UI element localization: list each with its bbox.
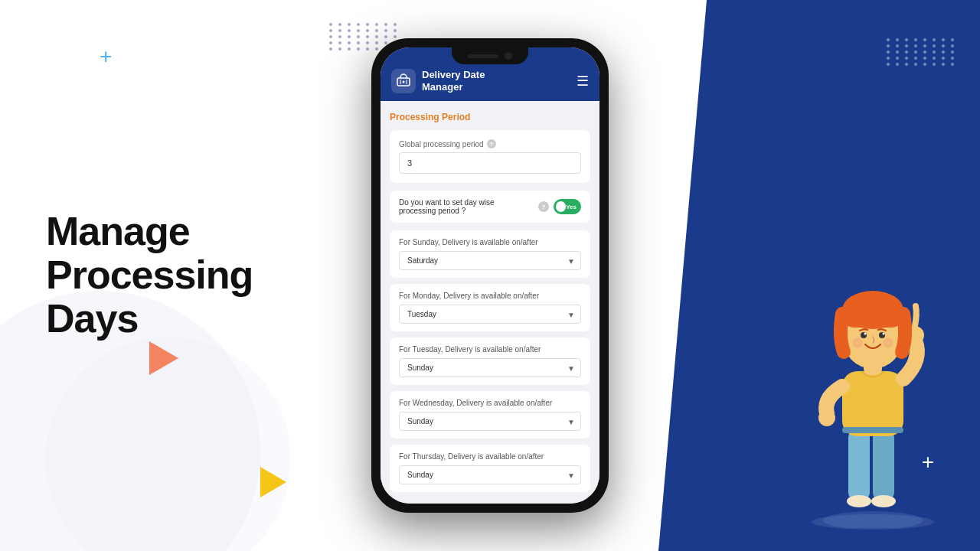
hero-text: Manage Processing Days [46,210,253,341]
plus-blue-icon: + [100,44,112,69]
day-section-monday: For Monday, Delivery is available on/aft… [390,284,590,331]
svg-rect-9 [842,371,903,436]
phone-notch [452,47,528,64]
svg-point-20 [852,337,863,348]
phone-frame: Delivery Date Manager ☰ Processing Perio… [371,38,609,513]
headline-line1: Manage [46,209,190,253]
section-title: Processing Period [390,112,590,122]
day-wise-label: Do you want to set day wise processing p… [399,198,532,215]
phone-screen: Delivery Date Manager ☰ Processing Perio… [381,47,599,504]
day-select-sunday[interactable]: SundayMondayTuesdayWednesdayThursdayFrid… [399,251,581,270]
front-camera [505,52,512,60]
app-content[interactable]: Processing Period Global processing peri… [381,101,599,504]
day-section-thursday: For Thursday, Delivery is available on/a… [390,445,590,492]
day-label-thursday: For Thursday, Delivery is available on/a… [399,452,581,461]
headline-line3: Days [46,297,138,341]
day-select-wednesday[interactable]: SundayMondayTuesdayWednesdayThursdayFrid… [399,412,581,431]
headline-line2: Processing [46,253,253,297]
day-select-tuesday[interactable]: SundayMondayTuesdayWednesdayThursdayFrid… [399,358,581,377]
day-wise-toggle[interactable]: Yes [554,199,581,214]
global-period-card: Global processing period ? [390,130,590,183]
svg-point-4 [823,511,923,528]
character-figure [796,268,949,528]
day-label-monday: For Monday, Delivery is available on/aft… [399,292,581,300]
hamburger-menu[interactable]: ☰ [577,73,589,90]
svg-point-18 [864,333,867,335]
app-title: Delivery Date Manager [422,69,485,93]
triangle-orange-decoration [149,341,178,375]
day-select-monday[interactable]: SundayMondayTuesdayWednesdayThursdayFrid… [399,305,581,324]
day-select-thursday[interactable]: SundayMondayTuesdayWednesdayThursdayFrid… [399,465,581,484]
day-section-tuesday: For Tuesday, Delivery is available on/af… [390,337,590,385]
help-icon-global: ? [487,139,496,148]
day-wise-toggle-row: Do you want to set day wise processing p… [390,191,590,223]
svg-rect-15 [842,305,903,328]
svg-rect-6 [873,429,894,501]
help-icon-toggle: ? [538,201,549,212]
global-period-input[interactable] [399,152,581,174]
dots-decoration-right [887,38,957,66]
day-label-sunday: For Sunday, Delivery is available on/aft… [399,238,581,246]
day-section-sunday: For Sunday, Delivery is available on/aft… [390,230,590,278]
day-section-wednesday: For Wednesday, Delivery is available on/… [390,391,590,439]
day-sections-container: For Sunday, Delivery is available on/aft… [390,230,590,492]
speaker-grille [468,54,498,58]
svg-point-11 [818,409,835,426]
svg-point-8 [871,495,896,507]
svg-rect-22 [842,427,903,433]
toggle-yes-label: Yes [566,204,577,210]
app-header-left: Delivery Date Manager [391,69,485,93]
svg-point-19 [883,333,885,335]
svg-point-21 [883,337,893,348]
day-label-wednesday: For Wednesday, Delivery is available on/… [399,399,581,407]
day-label-tuesday: For Tuesday, Delivery is available on/af… [399,345,581,354]
app-logo-icon [391,69,416,93]
svg-rect-5 [848,429,870,501]
phone-mockup: Delivery Date Manager ☰ Processing Perio… [371,38,609,513]
global-period-label: Global processing period ? [399,139,581,148]
svg-point-7 [847,495,871,507]
svg-point-1 [403,81,405,83]
triangle-yellow-decoration [260,467,286,497]
